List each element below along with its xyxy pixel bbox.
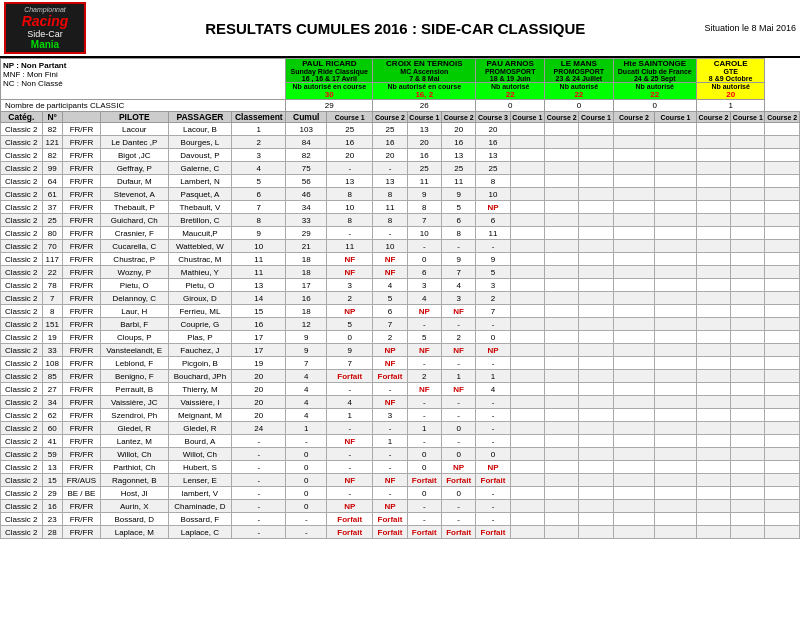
logo-mania: Mania [8, 39, 82, 50]
table-cell: 1 [441, 370, 475, 383]
table-cell: - [476, 240, 510, 253]
table-cell [545, 149, 579, 162]
event2-name: CROIX EN TERNOIS [373, 59, 475, 68]
table-cell: Vaissière, I [168, 396, 232, 409]
table-cell [613, 513, 655, 526]
table-cell: Chustrac, P [101, 253, 169, 266]
table-cell [613, 409, 655, 422]
table-cell: 59 [42, 448, 62, 461]
table-cell: Forfait [441, 474, 475, 487]
table-cell: FR/FR [62, 461, 100, 474]
legend-cell: NP : Non Partant MNF : Mon Fini NC : Non… [1, 59, 286, 100]
table-cell [510, 461, 544, 474]
table-cell: 0 [441, 487, 475, 500]
table-cell: FR/FR [62, 214, 100, 227]
col-classement: Classement [232, 112, 286, 123]
table-cell [731, 123, 765, 136]
logo-sidecar: Side-Car [8, 29, 82, 39]
table-cell: 1 [373, 435, 407, 448]
table-row: Classic 299FR/FRGeffray, PGalerne, C475-… [1, 162, 800, 175]
table-cell [510, 175, 544, 188]
table-cell [545, 487, 579, 500]
table-cell [655, 370, 697, 383]
table-row: Classic 285FR/FRBenigno, FBouchard, JPh2… [1, 370, 800, 383]
table-cell: 1 [232, 123, 286, 136]
table-cell: Szendroi, Ph [101, 409, 169, 422]
table-cell [613, 370, 655, 383]
table-cell: Plas, P [168, 331, 232, 344]
table-cell: 0 [286, 487, 327, 500]
table-cell [613, 422, 655, 435]
table-cell: - [476, 500, 510, 513]
table-cell [765, 474, 800, 487]
table-cell: 15 [232, 305, 286, 318]
table-cell: NP [327, 305, 373, 318]
table-cell [765, 396, 800, 409]
table-cell [696, 201, 730, 214]
table-cell [510, 435, 544, 448]
table-cell [731, 487, 765, 500]
table-cell [545, 461, 579, 474]
table-cell: 99 [42, 162, 62, 175]
table-cell: 80 [42, 227, 62, 240]
table-cell: Bigot ,JC [101, 149, 169, 162]
table-cell: 25 [327, 123, 373, 136]
table-cell: FR/FR [62, 253, 100, 266]
table-cell: Giroux, D [168, 292, 232, 305]
table-cell: - [441, 396, 475, 409]
table-cell [545, 331, 579, 344]
table-cell: 84 [286, 136, 327, 149]
table-cell [579, 201, 613, 214]
event6-sub: GTE [697, 68, 765, 75]
table-cell: 3 [373, 409, 407, 422]
table-cell [765, 526, 800, 539]
ev4-autorise: Nb autorisé 22 [545, 83, 614, 100]
table-cell [545, 396, 579, 409]
table-cell: - [373, 227, 407, 240]
table-cell: 8 [373, 188, 407, 201]
table-cell [696, 487, 730, 500]
table-cell: 2 [441, 331, 475, 344]
table-cell: Willot, Ch [101, 448, 169, 461]
table-cell: 4 [373, 279, 407, 292]
table-cell [696, 370, 730, 383]
table-cell: Classic 2 [1, 214, 43, 227]
table-cell [696, 149, 730, 162]
table-cell [613, 227, 655, 240]
table-cell: 6 [476, 214, 510, 227]
event6-name: CAROLE [697, 59, 765, 68]
table-cell [655, 279, 697, 292]
table-cell: Ferrieu, ML [168, 305, 232, 318]
table-cell [613, 136, 655, 149]
col-e2c2: Course 2 [441, 112, 475, 123]
table-cell: FR/FR [62, 396, 100, 409]
table-cell: 5 [476, 266, 510, 279]
table-cell [655, 422, 697, 435]
mnf-legend: MNF : Mon Fini [3, 70, 283, 79]
table-cell: 8 [42, 305, 62, 318]
table-cell [655, 240, 697, 253]
table-cell: - [407, 409, 441, 422]
table-cell: Classic 2 [1, 227, 43, 240]
table-cell: - [373, 162, 407, 175]
table-cell: 13 [327, 175, 373, 188]
table-cell: 33 [42, 344, 62, 357]
table-cell [696, 461, 730, 474]
table-cell [510, 136, 544, 149]
table-cell: Pasquet, A [168, 188, 232, 201]
table-cell: - [407, 435, 441, 448]
table-cell: Maucuit,P [168, 227, 232, 240]
table-cell: 9 [441, 253, 475, 266]
event-header-row: NP : Non Partant MNF : Mon Fini NC : Non… [1, 59, 800, 83]
table-cell: 4 [327, 396, 373, 409]
table-cell: Bouchard, JPh [168, 370, 232, 383]
table-cell: 4 [286, 396, 327, 409]
table-cell: 8 [373, 214, 407, 227]
table-cell [765, 188, 800, 201]
table-cell: Mathieu, Y [168, 266, 232, 279]
table-cell [765, 448, 800, 461]
table-cell: Pietu, O [101, 279, 169, 292]
table-cell: 20 [327, 149, 373, 162]
table-cell [731, 435, 765, 448]
table-cell: - [232, 526, 286, 539]
